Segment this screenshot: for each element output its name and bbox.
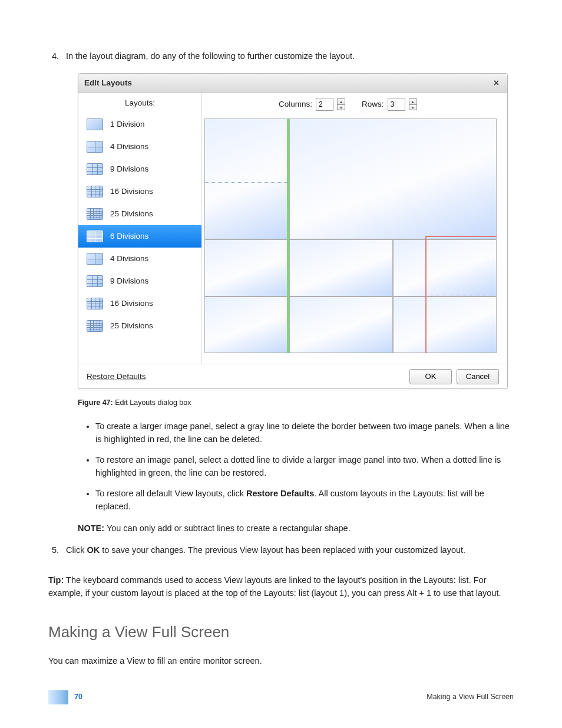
layout-item-label: 6 Divisions (110, 230, 148, 243)
dialog-footer: Restore Defaults OK Cancel (78, 364, 507, 388)
section-heading: Making a View Full Screen (48, 620, 514, 644)
layout-icon-16 (87, 186, 103, 197)
layout-icon-1 (87, 118, 103, 130)
layout-icon-9 (87, 163, 103, 175)
chevron-down-icon[interactable]: ▼ (337, 104, 345, 110)
tip-paragraph: Tip: The keyboard commands used to acces… (48, 574, 514, 600)
layouts-sidebar: Layouts: 1 Division (78, 93, 202, 364)
layout-icon-4 (87, 141, 103, 153)
layout-item-25-divisions-b[interactable]: 25 Divisions (78, 315, 201, 337)
dialog-title: Edit Layouts (84, 77, 132, 90)
columns-input[interactable] (316, 98, 333, 111)
layout-item-label: 16 Divisions (110, 186, 153, 198)
columns-label: Columns: (279, 98, 312, 111)
dotted-divider-line-right[interactable] (427, 295, 497, 295)
layout-item-16-divisions-b[interactable]: 16 Divisions (78, 292, 201, 315)
layout-icon-25b (87, 320, 103, 332)
figure-caption: Figure 47: Edit Layouts dialog box (78, 397, 514, 409)
layout-icon-16b (87, 298, 103, 309)
red-divider-line-h[interactable] (427, 236, 497, 237)
layout-item-1-division[interactable]: 1 Division (78, 113, 201, 136)
layout-item-label: 25 Divisions (110, 320, 153, 332)
layouts-list: 1 Division 4 Divisions (78, 113, 201, 364)
grid-controls: Columns: ▲ ▼ Rows: ▲ (202, 93, 507, 116)
chevron-up-icon[interactable]: ▲ (409, 98, 417, 104)
step-4-text: In the layout diagram, do any of the fol… (61, 50, 514, 62)
bullet-restore-defaults: To restore all default View layouts, cli… (95, 487, 514, 513)
tip-text: The keyboard commands used to access Vie… (48, 575, 501, 598)
layout-icon-25 (87, 208, 103, 220)
figure-text: Edit Layouts dialog box (113, 398, 191, 407)
chevron-up-icon[interactable]: ▲ (337, 98, 345, 104)
footer-section-name: Making a View Full Screen (427, 691, 514, 703)
layout-item-25-divisions[interactable]: 25 Divisions (78, 203, 201, 225)
section-body: You can maximize a View to fill an entir… (48, 654, 514, 667)
rows-spinner[interactable]: ▲ ▼ (409, 98, 417, 110)
page-footer: 70 Making a View Full Screen (48, 690, 514, 704)
dotted-divider-line[interactable] (204, 182, 289, 183)
layout-icon-4b (87, 253, 103, 265)
layout-item-label: 4 Divisions (110, 141, 148, 153)
note-label: NOTE: (78, 523, 104, 533)
figure-label: Figure 47: (78, 398, 113, 407)
rows-label: Rows: (362, 98, 384, 111)
layout-item-9-divisions[interactable]: 9 Divisions (78, 158, 201, 180)
layout-icon-6 (87, 230, 103, 242)
layout-item-label: 1 Division (110, 118, 145, 131)
layout-icon-9b (87, 275, 103, 287)
close-icon[interactable]: × (491, 76, 501, 91)
columns-spinner[interactable]: ▲ ▼ (337, 98, 345, 110)
layouts-header: Layouts: (78, 93, 201, 113)
rows-input[interactable] (388, 98, 405, 111)
tip-label: Tip: (48, 575, 64, 585)
chevron-down-icon[interactable]: ▼ (409, 104, 417, 110)
layout-item-label: 25 Divisions (110, 208, 153, 220)
page-number: 70 (74, 691, 82, 703)
note-paragraph: NOTE: You can only add or subtract lines… (78, 522, 514, 535)
note-text: You can only add or subtract lines to cr… (104, 523, 351, 533)
step-5-text: Click OK to save your changes. The previ… (61, 543, 514, 556)
edit-layouts-dialog: Edit Layouts × Layouts: 1 Division (78, 73, 508, 389)
layout-item-4-divisions-b[interactable]: 4 Divisions (78, 248, 201, 270)
layout-preview[interactable] (204, 118, 497, 353)
bullet-restore-line: To restore an image panel, select a dott… (95, 453, 514, 480)
layout-item-label: 9 Divisions (110, 275, 148, 288)
dialog-titlebar: Edit Layouts × (78, 74, 507, 93)
layout-item-label: 16 Divisions (110, 298, 153, 310)
layout-item-9-divisions-b[interactable]: 9 Divisions (78, 270, 201, 292)
layout-item-16-divisions[interactable]: 16 Divisions (78, 180, 201, 203)
restore-defaults-link[interactable]: Restore Defaults (87, 371, 146, 383)
layout-item-label: 9 Divisions (110, 163, 148, 176)
layout-item-label: 4 Divisions (110, 253, 148, 265)
page-decoration-icon (48, 690, 68, 704)
ok-button[interactable]: OK (409, 369, 452, 384)
layout-item-6-divisions[interactable]: 6 Divisions (78, 225, 201, 248)
bullet-delete-line: To create a larger image panel, select a… (95, 420, 514, 446)
cancel-button[interactable]: Cancel (457, 369, 499, 384)
layout-item-4-divisions[interactable]: 4 Divisions (78, 136, 201, 158)
